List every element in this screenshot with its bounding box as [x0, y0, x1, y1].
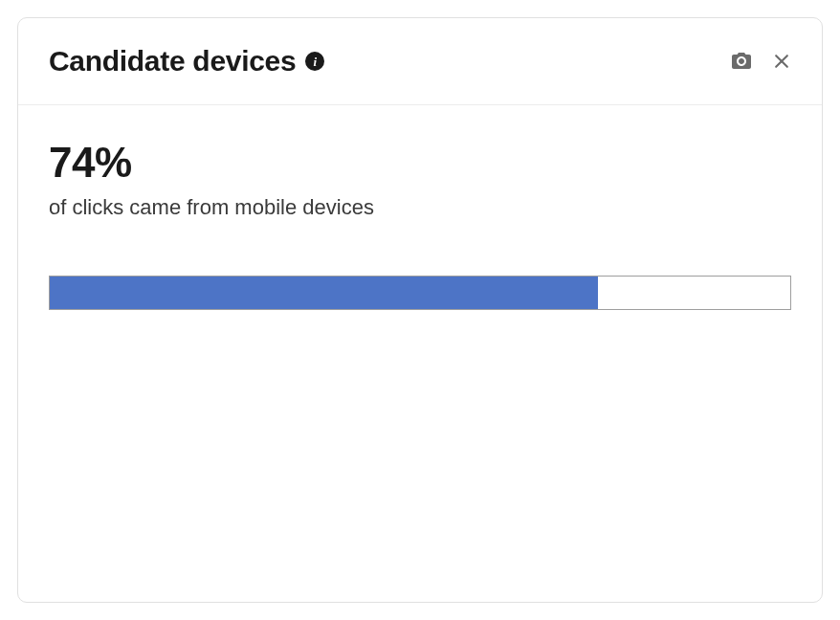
candidate-devices-card: Candidate devices i 74% of clicks came f… [17, 17, 823, 603]
card-title: Candidate devices [49, 45, 296, 78]
info-icon[interactable]: i [305, 52, 324, 71]
progress-bar [49, 276, 791, 310]
card-body: 74% of clicks came from mobile devices [18, 105, 822, 341]
percent-subtext: of clicks came from mobile devices [49, 195, 791, 220]
header-actions [730, 50, 791, 73]
percent-value: 74% [49, 140, 791, 186]
card-title-group: Candidate devices i [49, 45, 324, 78]
close-icon[interactable] [772, 52, 791, 71]
progress-fill [50, 277, 598, 309]
camera-icon[interactable] [730, 50, 753, 73]
card-header: Candidate devices i [18, 18, 822, 105]
